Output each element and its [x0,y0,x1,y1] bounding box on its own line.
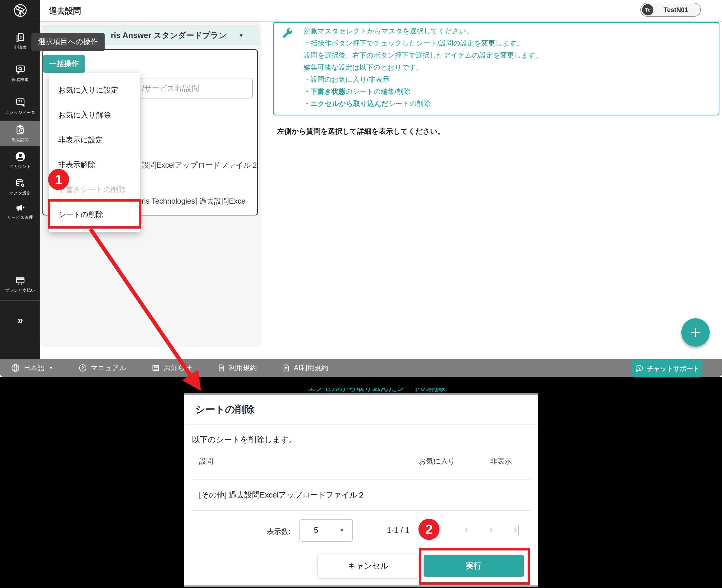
chevron-down-icon: ▼ [49,365,53,370]
execute-button[interactable]: 実行 [424,555,524,577]
sidebar-item-knowledge-base[interactable]: ?! ナレッジベース [0,95,40,117]
globe-icon [11,363,20,373]
bulk-operation-tooltip: 選択項目への操作 [31,33,105,51]
user-menu[interactable]: Te TestN01 [640,3,701,17]
divider [184,424,538,424]
sidebar-item-account[interactable]: アカウント [0,149,40,171]
chat-question-icon: ? [635,364,644,373]
menu-item-delete-draft-sheet: 下書きシートの削除 [49,177,140,202]
avatar: Te [642,4,653,16]
search-chat-icon [15,64,26,75]
footer-link-ai-terms[interactable]: AI利用規約 [282,363,328,373]
credit-card-icon [15,275,26,286]
document-icon [217,364,226,372]
sidebar-item-quick-search[interactable]: 簡易検索 [0,62,40,84]
menu-item-set-favorite[interactable]: お気に入りに設定 [49,78,140,103]
column-header-hidden: 非表示 [484,456,518,466]
app-logo[interactable] [0,0,40,21]
cancel-button[interactable]: キャンセル [318,554,418,578]
newspaper-icon [151,363,160,372]
prev-page-button[interactable]: ‹ [465,524,468,535]
person-icon [15,151,26,162]
list-item[interactable]: ris Technologies] 過去設問Exce [142,196,258,207]
divider [191,479,531,480]
question-circle-icon: ? [78,363,87,372]
column-header-question: 設問 [199,456,213,466]
app-window: 過去設問 Te TestN01 [0,0,722,377]
chat-support-button[interactable]: ? チャットサポート [632,359,702,377]
pagination-range: 1-1 / 1 [387,526,409,535]
database-gear-icon [15,178,26,189]
modal-body-text: 以下のシートを削除します。 [192,434,297,445]
delete-sheet-modal: シートの削除 以下のシートを削除します。 設問 お気に入り 非表示 [その他] … [184,393,538,587]
add-button[interactable]: + [681,318,710,346]
sidebar-item-master-settings[interactable]: マスタ設定 [0,176,40,198]
wrench-icon [280,27,294,40]
sidebar-collapse-button[interactable]: » [0,311,40,330]
menu-item-unset-hidden[interactable]: 非表示解除 [49,152,140,177]
menu-item-unset-favorite[interactable]: お気に入り解除 [49,103,140,128]
chevron-down-icon: ▼ [238,33,244,39]
sidebar-item-past-questions[interactable]: 過去設問 [0,121,40,146]
next-page-button[interactable]: › [489,524,493,535]
menu-item-delete-sheet[interactable]: シートの削除 [49,202,140,227]
list-item[interactable]: 設問Excelアップロードファイル２ [142,160,258,170]
header: 過去設問 Te TestN01 [40,0,722,22]
footer-link-news[interactable]: お知らせ [151,363,192,373]
clipboard-clock-icon [15,124,26,135]
telescope-logo-icon [13,3,28,18]
svg-text:?: ? [82,366,84,370]
sidebar-item-service-management[interactable]: サービス管理 [0,200,40,222]
per-page-label: 表示数: [267,527,291,537]
page-title: 過去設問 [49,6,81,17]
column-header-favorite: お気に入り [417,456,458,466]
clipped-background-text: エクセルから取り込んだシートの削除 [307,388,487,393]
sidebar: 申請書 簡易検索 ?! [0,0,40,359]
info-text: 対象マスタセレクトからマスタを選択してください。 一括操作ボタン押下でチェックし… [303,25,542,110]
last-page-button[interactable]: ›| [513,524,520,535]
chevron-down-icon: ▼ [340,528,344,533]
footer-link-manual[interactable]: ? マニュアル [78,363,126,373]
info-box: 対象マスタセレクトからマスタを選択してください。 一括操作ボタン押下でチェックし… [273,22,719,115]
menu-item-set-hidden[interactable]: 非表示に設定 [49,128,140,152]
table-row: [その他] 過去設問Excelアップロードファイル２ [199,490,365,500]
per-page-value: 5 [314,526,318,535]
bulk-operation-menu: お気に入りに設定 お気に入り解除 非表示に設定 非表示解除 下書きシートの削除 … [49,73,140,232]
svg-text:?!: ?! [18,100,22,104]
modal-title: シートの削除 [195,403,255,416]
user-name: TestN01 [653,6,698,14]
master-select-value: ris Answer スタンダードプラン [111,30,227,41]
sidebar-item-plans-payment[interactable]: プランと支払い [0,273,40,295]
screen: 過去設問 Te TestN01 [0,0,722,588]
per-page-select[interactable]: 5 ▼ [299,519,353,542]
divider [191,510,531,511]
knowledge-chat-icon: ?! [15,97,26,108]
footer-link-terms[interactable]: 利用規約 [217,363,257,373]
footer-bar: 日本語 ▼ ? マニュアル [0,359,722,377]
document-icon [15,32,26,43]
svg-text:?: ? [638,366,640,371]
document-icon [282,364,290,372]
megaphone-icon [15,202,26,213]
bulk-operation-button[interactable]: 一括操作 [43,55,85,73]
select-question-message: 左側から質問を選択して詳細を表示してください。 [277,126,445,136]
language-selector[interactable]: 日本語 ▼ [11,363,53,373]
